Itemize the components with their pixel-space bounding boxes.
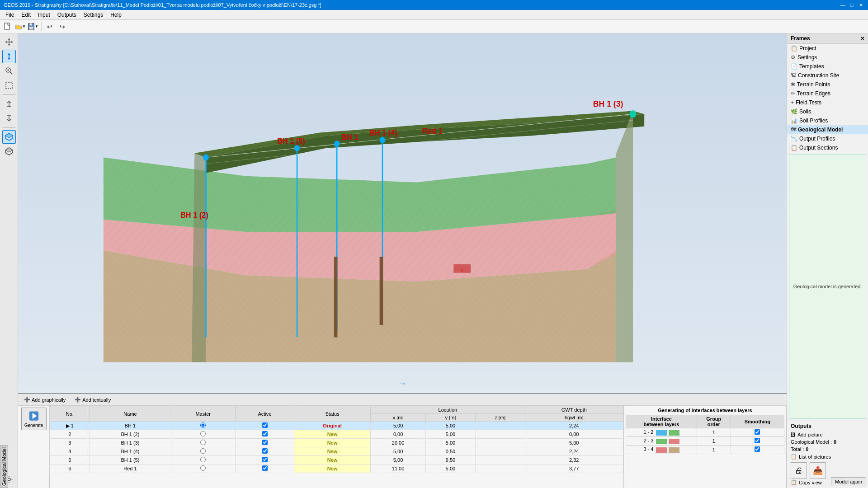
cell-group: 1: [697, 446, 731, 454]
borehole-table-area[interactable]: No. Name Master Active Status Location G…: [50, 406, 624, 488]
export-button[interactable]: 📤: [810, 462, 826, 479]
tool-move[interactable]: [2, 50, 16, 63]
close-btn[interactable]: ✕: [857, 1, 864, 9]
frame-field-tests[interactable]: + Field Tests: [787, 98, 868, 107]
menu-outputs[interactable]: Outputs: [54, 11, 80, 19]
frame-construction[interactable]: 🏗 Construction Site: [787, 71, 868, 80]
cell-master[interactable]: [171, 465, 235, 473]
open-button[interactable]: ▼: [14, 21, 26, 33]
frame-terrain-points-label: Terrain Points: [797, 81, 830, 88]
frame-project-label: Project: [799, 45, 816, 52]
cell-layers: 3 - 4: [626, 446, 697, 454]
minimize-btn[interactable]: —: [839, 1, 846, 9]
cell-status: New: [294, 430, 371, 439]
redo-button[interactable]: ↪: [57, 21, 68, 33]
tool-arrow-up[interactable]: [2, 97, 16, 111]
undo-button[interactable]: ↩: [44, 21, 56, 33]
add-graphically-button[interactable]: ➕ Add graphically: [21, 394, 69, 406]
table-row[interactable]: ▶ 1 BH 1 Original 5,00 5,00 2,24: [50, 422, 623, 430]
tool-select-region[interactable]: [2, 79, 16, 92]
table-row[interactable]: 6 Red 1 New 11,00 5,00 3,77: [50, 465, 623, 473]
tool-zoom[interactable]: [2, 64, 16, 78]
cell-smoothing[interactable]: [731, 446, 784, 454]
total-count: Total : 0: [791, 446, 864, 453]
tool-3d-solid[interactable]: [2, 145, 16, 158]
table-row[interactable]: 3 BH 1 (3) New 20,00 5,00 5,00: [50, 439, 623, 447]
maximize-btn[interactable]: □: [848, 1, 855, 9]
cell-z: [475, 439, 525, 447]
new-button[interactable]: [2, 21, 14, 33]
cell-smoothing[interactable]: [731, 437, 784, 446]
title-bar-controls[interactable]: — □ ✕: [839, 1, 864, 9]
add-picture-item[interactable]: 🖼 Add picture: [791, 431, 864, 438]
cell-active[interactable]: [235, 465, 294, 473]
3d-viewport[interactable]: BH 1 (3) Red 1 BH 1 (5) BH 1 BH 1 (4) BH…: [18, 33, 787, 393]
frame-output-sections[interactable]: 📋 Output Sections: [787, 143, 868, 152]
svg-line-12: [10, 72, 12, 74]
frame-soils-label: Soils: [799, 108, 811, 115]
cell-smoothing[interactable]: [731, 428, 784, 437]
svg-point-48: [380, 137, 386, 143]
toolbar-sep-1: [41, 22, 42, 31]
tool-arrow-down[interactable]: [2, 112, 16, 125]
cell-layers: 2 - 3: [626, 437, 697, 446]
cell-active[interactable]: [235, 447, 294, 456]
list-pictures-item[interactable]: 📋 List of pictures: [791, 453, 864, 460]
cell-active[interactable]: [235, 439, 294, 447]
frame-project[interactable]: 📋 Project: [787, 44, 868, 53]
tool-pan[interactable]: [2, 35, 16, 49]
frame-terrain-points[interactable]: ✱ Terrain Points: [787, 80, 868, 89]
cell-active[interactable]: [235, 430, 294, 439]
output-buttons: 🖨 📤: [791, 462, 864, 479]
output-sections-icon: 📋: [791, 145, 797, 151]
frame-soils[interactable]: 🌿 Soils: [787, 107, 868, 116]
cell-active[interactable]: [235, 456, 294, 465]
generate-button[interactable]: Generate: [21, 408, 47, 430]
frame-geological-model[interactable]: 🗺 Geological Model: [787, 125, 868, 134]
templates-icon: 📄: [791, 63, 797, 70]
interface-row[interactable]: 2 - 3 1: [626, 437, 784, 446]
print-button[interactable]: 🖨: [791, 462, 807, 479]
tool-3d-view[interactable]: [2, 130, 16, 144]
settings-icon: ⚙: [791, 54, 796, 61]
frame-output-profiles[interactable]: 📉 Output Profiles: [787, 134, 868, 143]
svg-marker-9: [11, 41, 13, 43]
add-textually-button[interactable]: ➕ Add textually: [71, 394, 114, 406]
cell-master[interactable]: [171, 430, 235, 439]
menu-settings[interactable]: Settings: [80, 11, 107, 19]
table-row[interactable]: 2 BH 1 (2) New 0,00 5,00 0,00: [50, 430, 623, 439]
interface-panel-title: Generating of interfaces between layers: [626, 408, 784, 413]
menu-file[interactable]: File: [2, 11, 18, 19]
col-hgwt: hgwt [m]: [525, 414, 623, 422]
frames-close[interactable]: ✕: [860, 36, 864, 42]
svg-marker-7: [8, 44, 10, 46]
cell-master[interactable]: [171, 456, 235, 465]
cell-hgwt: 2,24: [525, 422, 623, 430]
menu-input[interactable]: Input: [34, 11, 54, 19]
cell-hgwt: 0,00: [525, 430, 623, 439]
cell-x: 5,00: [371, 456, 426, 465]
cell-x: 0,00: [371, 430, 426, 439]
menu-help[interactable]: Help: [107, 11, 125, 19]
table-row[interactable]: 4 BH 1 (4) New 5,00 0,50 2,24: [50, 447, 623, 456]
cell-z: [475, 422, 525, 430]
table-row[interactable]: 5 BH 1 (5) New 5,00 9,50 2,32: [50, 456, 623, 465]
cell-master[interactable]: [171, 447, 235, 456]
cell-active[interactable]: [235, 422, 294, 430]
interface-row[interactable]: 1 - 2 1: [626, 428, 784, 437]
frame-settings[interactable]: ⚙ Settings: [787, 53, 868, 62]
outputs-header: Outputs: [791, 423, 864, 429]
save-button[interactable]: ▼: [27, 21, 39, 33]
menu-edit[interactable]: Edit: [18, 11, 34, 19]
frame-soil-profiles-label: Soil Profiles: [799, 117, 828, 124]
frame-terrain-edges[interactable]: ✏ Terrain Edges: [787, 89, 868, 98]
cell-master[interactable]: [171, 422, 235, 430]
svg-marker-10: [8, 53, 10, 60]
svg-text:Red 1: Red 1: [422, 127, 443, 136]
geo-model-count: Geological Model : 0: [791, 438, 864, 446]
interface-row[interactable]: 3 - 4 1: [626, 446, 784, 454]
frame-soil-profiles[interactable]: 📊 Soil Profiles: [787, 116, 868, 125]
cell-master[interactable]: [171, 439, 235, 447]
svg-rect-15: [6, 82, 12, 89]
frame-templates[interactable]: 📄 Templates: [787, 62, 868, 71]
